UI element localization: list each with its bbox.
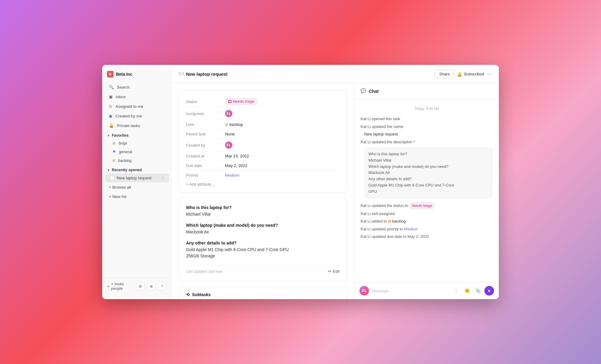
- chat-event-1: Kat Li opened this task: [361, 115, 493, 123]
- task-id: T-7: [178, 72, 184, 76]
- desc-a3: Gold Apple M1 Chip with 8-Core CPU and 7…: [186, 247, 340, 259]
- status-value[interactable]: Needs triage: [225, 98, 258, 105]
- chat-description-block: Who is this laptop for? Michael Villar W…: [361, 147, 493, 199]
- help-icon[interactable]: ?: [158, 282, 166, 290]
- subtasks-header: ⟲ Subtasks: [186, 292, 340, 297]
- created-by-row: Created by KL: [186, 139, 340, 151]
- panels: Status Needs triage Assignees KL: [171, 83, 499, 299]
- invite-icon: +: [107, 284, 109, 289]
- chat-description-text: Who is this laptop for? Michael Villar W…: [364, 147, 493, 199]
- task-checkbox-icon: [110, 176, 114, 180]
- description-footer: Last updated: just now ✏ Edit: [186, 265, 340, 274]
- due-date-value[interactable]: May 2, 2022: [225, 163, 247, 168]
- chat-event-2: Kat Li updated the name: [361, 123, 493, 131]
- sidebar-item-created[interactable]: ◉ Created by me: [104, 111, 169, 120]
- due-date-row: Due date May 2, 2022: [186, 161, 340, 171]
- task-title: New laptop request: [186, 71, 227, 77]
- creator-avatar: KL: [225, 141, 232, 149]
- created-at-row: Created at Mar 23, 2022: [186, 151, 340, 161]
- chat-event-priority: Kat Li updated priority to Medium: [361, 225, 493, 233]
- subscribed-button[interactable]: 🔔 Subscribed: [457, 72, 484, 77]
- bell-icon: 🔔: [457, 72, 462, 77]
- invite-people-btn[interactable]: + + Invite people: [107, 282, 136, 291]
- main-content: T-7 New laptop request Share 🔔 Subscribe…: [171, 65, 499, 299]
- share-button[interactable]: Share: [435, 70, 454, 78]
- chat-input-area: KL ⋮ 🙂 📎 ➤: [355, 282, 499, 299]
- list-grid-icon: ⊞: [225, 123, 228, 127]
- created-at-value[interactable]: Mar 23, 2022: [225, 154, 249, 158]
- compose-icon[interactable]: ⊕: [147, 282, 155, 290]
- backlog-link[interactable]: ⊞ backlog: [388, 218, 406, 224]
- assignees-value[interactable]: KL: [225, 110, 232, 117]
- menu-icon[interactable]: ⋮: [452, 287, 460, 295]
- last-updated-label: Last updated: just now: [186, 269, 222, 274]
- bugs-icon: ⊖: [112, 141, 116, 145]
- recently-opened-header[interactable]: ▼ Recently opened: [102, 165, 171, 173]
- more-options-button[interactable]: ···: [487, 71, 492, 77]
- sidebar-item-search[interactable]: 🔍 Search: [104, 83, 169, 92]
- chat-event-due-date: Kat Li updated due date to May 2, 2022: [361, 233, 493, 241]
- task-details-card: Status Needs triage Assignees KL: [178, 89, 347, 193]
- sidebar-item-general[interactable]: ⚑ general: [104, 148, 169, 156]
- chat-user-avatar: KL: [359, 286, 369, 296]
- send-button[interactable]: ➤: [484, 286, 494, 296]
- chat-event-3: New laptop request: [361, 130, 493, 138]
- desc-a1: Michael Villar: [186, 211, 340, 217]
- priority-highlight: Medium: [404, 227, 418, 231]
- priority-row: Priority Medium: [186, 171, 340, 180]
- desc-q2: Which laptop (make and model) do you nee…: [186, 223, 340, 228]
- star-icon[interactable]: ☆: [161, 176, 164, 180]
- message-input[interactable]: [372, 289, 449, 293]
- subtasks-icon: ⟲: [186, 292, 190, 297]
- assignees-row: Assignees KL: [186, 108, 340, 120]
- sidebar-item-inbox[interactable]: ▣ Inbox: [104, 92, 169, 101]
- app-window: B Beta Inc 🔍 Search ▣ Inbox ⊙ Assigned t…: [102, 65, 499, 299]
- sidebar-new-list[interactable]: + New list: [104, 192, 169, 201]
- sidebar-item-private[interactable]: 🔒 Private tasks: [104, 121, 169, 130]
- main-header: T-7 New laptop request Share 🔔 Subscribe…: [171, 65, 499, 83]
- chat-icon: 💬: [361, 88, 366, 94]
- chat-header: 💬 Chat: [355, 83, 499, 99]
- sidebar-item-assigned[interactable]: ⊙ Assigned to me: [104, 102, 169, 111]
- add-attribute-btn[interactable]: + Add attribute...: [186, 180, 340, 187]
- description-card: Who is this laptop for? Michael Villar W…: [178, 198, 347, 281]
- lists-row: Lists ⊞ backlog: [186, 120, 340, 129]
- subtasks-card: ⟲ Subtasks Name Status Ass Price compare…: [178, 286, 347, 299]
- chat-event-added-to: Kat Li added to ⊞ backlog: [361, 217, 493, 225]
- settings-icon[interactable]: ⚙: [136, 282, 145, 290]
- chevron-down-icon-2: ▼: [107, 168, 110, 172]
- status-row: Status Needs triage: [186, 96, 340, 108]
- chat-event-4: Kat Li updated the description ^: [361, 138, 493, 146]
- parent-task-row: Parent task None: [186, 129, 340, 139]
- general-icon: ⚑: [112, 150, 116, 154]
- edit-button[interactable]: ✏ Edit: [328, 269, 340, 274]
- attachment-icon[interactable]: 📎: [474, 287, 482, 295]
- desc-q3: Any other details to add?: [186, 241, 340, 245]
- lists-value[interactable]: ⊞ backlog: [225, 122, 243, 127]
- sidebar-item-bugs[interactable]: ⊖ bugs: [104, 139, 169, 147]
- desc-q2-section: Which laptop (make and model) do you nee…: [186, 223, 340, 235]
- parent-task-value[interactable]: None: [225, 132, 235, 136]
- created-icon: ◉: [109, 114, 112, 118]
- desc-a2: Macbook Air: [186, 229, 340, 235]
- backlog-icon: ⊞: [112, 159, 115, 162]
- favorites-header[interactable]: ▼ Favorites: [102, 130, 171, 139]
- sidebar-browse-all[interactable]: + Browse all: [104, 183, 169, 192]
- backlog-grid-icon: ⊞: [388, 218, 391, 224]
- desc-q1-section: Who is this laptop for? Michael Villar: [186, 205, 340, 217]
- assigned-icon: ⊙: [109, 104, 112, 109]
- emoji-icon[interactable]: 🙂: [463, 287, 471, 295]
- priority-value[interactable]: Medium: [225, 173, 239, 177]
- status-badge[interactable]: Needs triage: [225, 98, 258, 105]
- chat-panel: 💬 Chat Today, 9:45 AM Kat Li opened this…: [355, 83, 499, 299]
- org-logo-icon: B: [107, 71, 114, 77]
- created-by-value: KL: [225, 141, 232, 149]
- sidebar-item-new-laptop-request[interactable]: New laptop request ☆: [105, 174, 169, 182]
- pencil-icon: ✏: [328, 269, 331, 274]
- org-name[interactable]: B Beta Inc: [102, 70, 171, 82]
- status-highlight: Needs triage: [409, 202, 435, 209]
- chat-event-self-assigned: Kat Li self-assigned: [361, 210, 493, 218]
- inbox-icon: ▣: [109, 94, 113, 99]
- search-icon: 🔍: [109, 85, 114, 89]
- sidebar-item-backlog[interactable]: ⊞ backlog: [104, 156, 169, 165]
